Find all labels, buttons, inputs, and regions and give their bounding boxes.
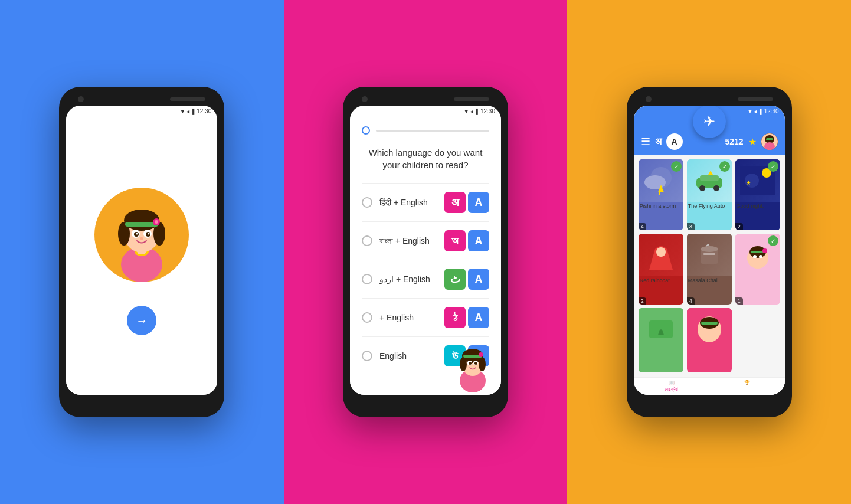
lang-option-other1[interactable]: + English ঠ A <box>350 301 501 334</box>
panel-pink: ▼◄▐ 12:30 Which language do you want you… <box>284 0 568 504</box>
bottom-nav: 📖 लाइब्रेरी 🏆 <box>634 377 785 395</box>
hindi-book-icon: अ <box>444 192 466 213</box>
book-thumb-4 <box>639 234 683 276</box>
phone-1-screen: ▼◄▐ 12:30 <box>66 106 217 395</box>
check-2: ✓ <box>719 161 730 172</box>
title-1: Pishi in a storm <box>639 202 683 211</box>
next-button[interactable]: → <box>127 306 156 335</box>
library-label: लाइब्रेरी <box>665 387 678 392</box>
phone-3: ▼◄▐ 12:30 ✈ ☰ अ A 5212 ★ <box>627 87 792 417</box>
progress-bar <box>350 117 501 139</box>
level-4: 2 <box>639 297 646 305</box>
title-2: The Flying Auto <box>687 202 732 211</box>
lang-label-hindi: हिंदी + English <box>379 198 437 208</box>
book-card-4[interactable]: 2 Red raincoat <box>639 234 683 305</box>
panel-orange: ▼◄▐ 12:30 ✈ ☰ अ A 5212 ★ <box>567 0 851 504</box>
radio-hindi[interactable] <box>362 197 372 208</box>
header-star-icon: ★ <box>748 136 757 148</box>
svg-point-46 <box>656 247 666 257</box>
svg-point-24 <box>479 352 483 357</box>
check-1: ✓ <box>671 161 682 172</box>
header-avatar[interactable] <box>761 133 778 150</box>
hindi-english-icon: A <box>468 192 489 213</box>
lang-option-urdu[interactable]: اردو + English ٹ A <box>350 263 501 296</box>
level-3: 2 <box>735 223 743 230</box>
other1-english-icon: A <box>468 307 489 328</box>
level-5: 4 <box>687 297 695 305</box>
svg-point-39 <box>713 185 719 191</box>
language-question: Which language do you want your children… <box>350 139 501 181</box>
book-card-2[interactable]: 3 ✓ The Flying Auto <box>687 159 732 230</box>
nav-trophy[interactable]: 🏆 <box>709 380 785 392</box>
book-card-5[interactable]: 4 Masala Chai <box>687 234 732 305</box>
book-thumb-7 <box>639 308 683 351</box>
lang-icons-bangla: অ A <box>444 230 489 251</box>
divider-1 <box>362 183 489 184</box>
book-card-3[interactable]: ★ 2 ✓ Good night, <box>735 159 780 230</box>
svg-text:★: ★ <box>746 179 751 186</box>
fab-container: ✈ <box>634 117 785 129</box>
book-thumb-8 <box>687 308 732 351</box>
phone-3-screen: ▼◄▐ 12:30 ✈ ☰ अ A 5212 ★ <box>634 106 785 395</box>
hamburger-icon[interactable]: ☰ <box>641 135 650 148</box>
phone-1-notch <box>66 94 217 104</box>
svg-point-28 <box>474 362 477 365</box>
phone2-content: Which language do you want your children… <box>350 117 501 395</box>
svg-line-36 <box>659 192 660 195</box>
phone1-content: → <box>66 117 217 395</box>
svg-rect-40 <box>700 175 719 181</box>
book-card-8[interactable] <box>687 308 732 372</box>
lang-icons-urdu: ٹ A <box>444 269 489 290</box>
urdu-english-icon: A <box>468 269 489 290</box>
svg-point-16 <box>140 237 143 240</box>
phone-2: ▼◄▐ 12:30 Which language do you want you… <box>343 87 508 417</box>
speaker-2 <box>454 97 489 101</box>
lang-option-hindi[interactable]: हिंदी + English अ A <box>350 186 501 219</box>
status-icons-1: ▼◄▐ <box>180 109 194 114</box>
phone-1: ▼◄▐ 12:30 <box>59 87 224 417</box>
camera-2 <box>362 96 368 102</box>
svg-rect-59 <box>701 322 718 325</box>
progress-line <box>376 130 489 132</box>
library-icon: 📖 <box>669 380 675 385</box>
phone-2-screen: ▼◄▐ 12:30 Which language do you want you… <box>350 106 501 395</box>
bangla-english-icon: A <box>468 230 489 251</box>
trophy-icon: 🏆 <box>744 380 750 385</box>
lang-label-english: English <box>379 351 437 361</box>
book-card-7[interactable] <box>639 308 683 372</box>
radio-other1[interactable] <box>362 312 372 323</box>
divider-2 <box>362 221 489 222</box>
level-1: 4 <box>639 223 646 230</box>
bangla-book-icon: অ <box>444 230 466 251</box>
divider-4 <box>362 298 489 299</box>
svg-point-27 <box>469 362 472 365</box>
svg-point-22 <box>479 357 486 371</box>
lang-label-urdu: اردو + English <box>379 274 437 284</box>
phone-2-notch <box>350 94 501 104</box>
other1-book-icon: ঠ <box>444 307 466 328</box>
airplane-fab[interactable]: ✈ <box>693 106 726 138</box>
radio-bangla[interactable] <box>362 235 372 246</box>
svg-point-9 <box>155 220 158 224</box>
book-thumb-5 <box>687 234 732 276</box>
nav-library[interactable]: 📖 लाइब्रेरी <box>634 380 709 392</box>
divider-3 <box>362 260 489 260</box>
camera-3 <box>646 96 652 102</box>
svg-point-21 <box>460 357 467 371</box>
title-5: Masala Chai <box>687 276 732 286</box>
level-6: 1 <box>735 297 743 305</box>
books-grid: 4 ✓ Pishi in a storm 3 ✓ The Flying Auto <box>634 155 785 377</box>
radio-urdu[interactable] <box>362 274 372 284</box>
svg-marker-41 <box>708 171 713 175</box>
book-card-1[interactable]: 4 ✓ Pishi in a storm <box>639 159 683 230</box>
lang-option-bangla[interactable]: বাংলা + English অ A <box>350 224 501 257</box>
lang-label-bangla: বাংলা + English <box>379 236 437 246</box>
svg-point-15 <box>148 233 150 235</box>
avatar-svg <box>761 133 778 150</box>
status-icons-3: ▼◄▐ <box>747 109 761 114</box>
status-icons-2: ▼◄▐ <box>464 109 478 114</box>
speaker-1 <box>170 97 205 101</box>
book-card-6[interactable]: 1 ✓ <box>735 234 780 305</box>
radio-english[interactable] <box>362 351 372 361</box>
character-svg <box>100 188 183 282</box>
